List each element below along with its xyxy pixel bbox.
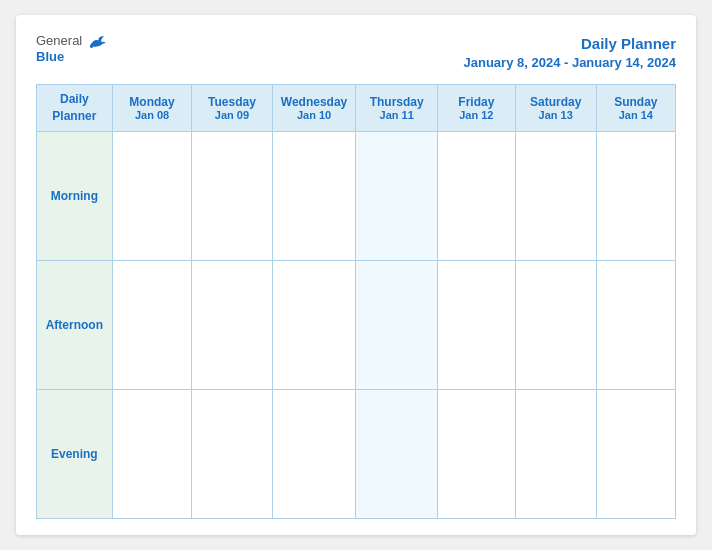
day-header-tuesday: Tuesday Jan 09 — [192, 85, 272, 132]
evening-row: Evening — [37, 389, 676, 518]
day-header-thursday: Thursday Jan 11 — [356, 85, 437, 132]
day-header-friday: Friday Jan 12 — [437, 85, 515, 132]
morning-wednesday[interactable] — [272, 131, 356, 260]
evening-saturday[interactable] — [515, 389, 596, 518]
bird-icon — [88, 35, 106, 49]
morning-label: Morning — [37, 131, 113, 260]
morning-thursday[interactable] — [356, 131, 437, 260]
planner-date-range: January 8, 2024 - January 14, 2024 — [464, 54, 676, 72]
header: General Blue Daily Planner January 8, 20… — [36, 33, 676, 72]
evening-friday[interactable] — [437, 389, 515, 518]
planner-title: Daily Planner — [464, 33, 676, 54]
afternoon-label: Afternoon — [37, 260, 113, 389]
day-header-monday: Monday Jan 08 — [112, 85, 192, 132]
evening-sunday[interactable] — [596, 389, 675, 518]
logo-blue: Blue — [36, 49, 64, 65]
header-row: DailyPlanner Monday Jan 08 Tuesday Jan 0… — [37, 85, 676, 132]
morning-sunday[interactable] — [596, 131, 675, 260]
morning-tuesday[interactable] — [192, 131, 272, 260]
logo-area: General Blue — [36, 33, 106, 64]
afternoon-row: Afternoon — [37, 260, 676, 389]
calendar-table: DailyPlanner Monday Jan 08 Tuesday Jan 0… — [36, 84, 676, 519]
day-header-saturday: Saturday Jan 13 — [515, 85, 596, 132]
afternoon-sunday[interactable] — [596, 260, 675, 389]
title-area: Daily Planner January 8, 2024 - January … — [464, 33, 676, 72]
day-header-sunday: Sunday Jan 14 — [596, 85, 675, 132]
afternoon-wednesday[interactable] — [272, 260, 356, 389]
evening-tuesday[interactable] — [192, 389, 272, 518]
day-header-wednesday: Wednesday Jan 10 — [272, 85, 356, 132]
morning-row: Morning — [37, 131, 676, 260]
morning-friday[interactable] — [437, 131, 515, 260]
afternoon-monday[interactable] — [112, 260, 192, 389]
evening-thursday[interactable] — [356, 389, 437, 518]
afternoon-friday[interactable] — [437, 260, 515, 389]
afternoon-thursday[interactable] — [356, 260, 437, 389]
daily-planner-col-label: DailyPlanner — [52, 92, 96, 123]
evening-wednesday[interactable] — [272, 389, 356, 518]
evening-monday[interactable] — [112, 389, 192, 518]
morning-monday[interactable] — [112, 131, 192, 260]
afternoon-saturday[interactable] — [515, 260, 596, 389]
afternoon-tuesday[interactable] — [192, 260, 272, 389]
planner-page: General Blue Daily Planner January 8, 20… — [16, 15, 696, 535]
col-label-header: DailyPlanner — [37, 85, 113, 132]
morning-saturday[interactable] — [515, 131, 596, 260]
evening-label: Evening — [37, 389, 113, 518]
logo-general: General — [36, 33, 106, 49]
